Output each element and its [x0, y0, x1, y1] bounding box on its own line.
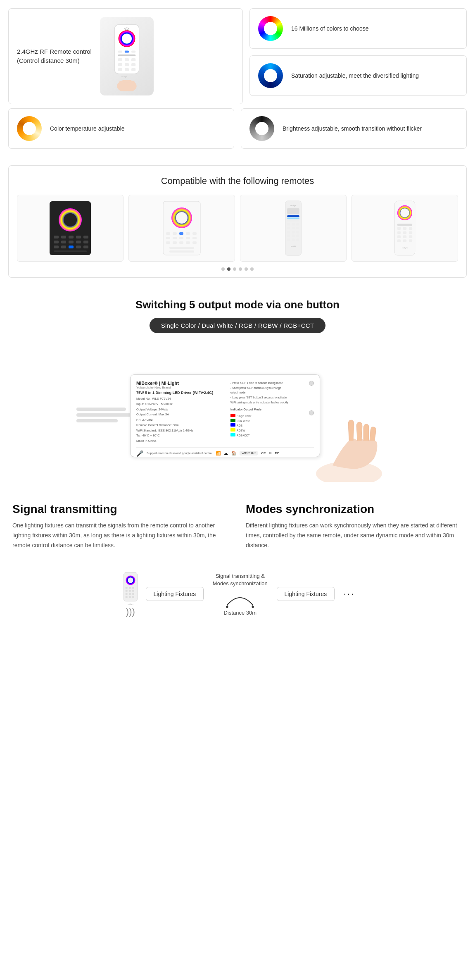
svg-rect-22: [54, 236, 59, 238]
diag-more-dots: ···: [344, 589, 355, 599]
dot-6[interactable]: [250, 267, 254, 271]
svg-rect-36: [83, 246, 88, 248]
svg-rect-71: [292, 231, 295, 233]
svg-rect-26: [83, 236, 88, 238]
svg-rect-70: [287, 231, 290, 233]
feature-colors-text: 16 Millions of colors to choose: [291, 24, 369, 33]
device-bottom-icons: 🎤 Support amazon alexa and google assist…: [136, 447, 314, 457]
svg-rect-30: [76, 241, 81, 243]
svg-rect-12: [131, 63, 135, 66]
svg-point-82: [400, 208, 409, 217]
svg-rect-47: [173, 237, 177, 239]
device-header: MiBoxer® | Mi·Light Yubandishe New Brand…: [136, 381, 314, 444]
svg-text:mi-light: mi-light: [291, 245, 296, 247]
svg-rect-88: [403, 231, 406, 234]
wifi-badge: WiFi 2.4Hz: [240, 451, 258, 455]
features-bottom-section: Color temperature adjustable Brightness …: [0, 108, 475, 157]
svg-rect-91: [403, 235, 406, 238]
svg-rect-85: [403, 227, 406, 230]
svg-rect-49: [186, 237, 190, 239]
compatible-title: Compatible with the following remotes: [17, 176, 458, 186]
svg-rect-55: [192, 241, 197, 244]
svg-rect-5: [131, 50, 135, 52]
svg-point-119: [226, 606, 228, 608]
diag-box1-container: Lighting Fixtures: [146, 587, 204, 601]
dot-4[interactable]: [239, 267, 242, 271]
svg-rect-64: [287, 223, 290, 226]
svg-point-103: [128, 578, 133, 583]
svg-text:mi-light: mi-light: [402, 247, 408, 249]
svg-rect-104: [126, 587, 128, 589]
svg-rect-34: [69, 246, 74, 248]
svg-rect-37: [54, 250, 87, 252]
svg-point-40: [176, 212, 188, 224]
device-text: MiBoxer® | Mi·Light Yubandishe New Brand…: [136, 381, 213, 444]
device-container: MiBoxer® | Mi·Light Yubandishe New Brand…: [76, 350, 399, 482]
device-instructions: • Press 'SET' 1 time to activate linking…: [230, 381, 288, 438]
svg-rect-69: [296, 227, 299, 229]
svg-point-2: [122, 34, 132, 44]
diag-remote: mi-light ))): [120, 571, 141, 617]
svg-rect-108: [129, 590, 131, 592]
modes-block: Modes synchronization Different lighting…: [246, 503, 463, 550]
diag-box2-container: Lighting Fixtures: [277, 587, 335, 601]
svg-rect-87: [397, 231, 401, 234]
rgb-ring-icon: [258, 16, 283, 41]
svg-rect-46: [166, 237, 170, 239]
remote-illustration: mi-light: [104, 21, 150, 91]
signal-title: Signal transmitting: [12, 503, 229, 516]
svg-rect-42: [173, 232, 177, 235]
svg-rect-15: [131, 68, 135, 71]
diagram-section: mi-light ))) Lighting Fixtures Signal tr…: [0, 567, 475, 629]
switching-section: Switching 5 output mode via one button S…: [0, 286, 475, 341]
dot-3[interactable]: [233, 267, 236, 271]
feature-card-saturation: Saturation adjustable, meet the diversif…: [249, 55, 467, 96]
svg-rect-3: [118, 50, 122, 52]
hand-svg: [304, 399, 394, 482]
svg-rect-77: [292, 238, 295, 241]
feature-saturation-text: Saturation adjustable, meet the diversif…: [291, 72, 419, 80]
svg-rect-43: [179, 232, 183, 235]
signal-block: Signal transmitting One lighting fixture…: [12, 503, 229, 550]
svg-rect-11: [125, 63, 129, 66]
distance-label: Distance 30m: [224, 610, 256, 616]
feature-colortemp-text: Color temperature adjustable: [50, 124, 125, 133]
svg-rect-7: [118, 58, 122, 61]
svg-rect-98: [76, 413, 134, 417]
diag-center: Signal transmitting & Modes synchronizat…: [213, 572, 268, 616]
svg-rect-90: [397, 235, 401, 238]
svg-rect-31: [83, 241, 88, 243]
svg-rect-32: [54, 246, 59, 248]
bright-ring-icon: [249, 116, 274, 141]
svg-rect-86: [409, 227, 412, 230]
svg-rect-45: [192, 232, 197, 235]
svg-rect-9: [131, 58, 135, 61]
diag-signal-label: Signal transmitting & Modes synchronizat…: [213, 572, 268, 587]
svg-rect-14: [125, 68, 129, 71]
svg-rect-106: [132, 587, 134, 589]
svg-point-21: [64, 213, 77, 227]
remote-card-4: mi-light: [352, 195, 458, 262]
dot-5[interactable]: [245, 267, 248, 271]
svg-rect-83: [397, 224, 412, 226]
carousel-dots: [17, 267, 458, 271]
svg-rect-6: [118, 55, 136, 56]
svg-rect-28: [61, 241, 66, 243]
dot-2[interactable]: [227, 267, 230, 271]
svg-rect-99: [76, 419, 118, 422]
svg-rect-29: [69, 241, 74, 243]
slim-remote: mi-light mi-light: [279, 199, 308, 257]
remote-card-2: [128, 195, 235, 262]
svg-rect-50: [192, 237, 197, 239]
remote-image: mi-light: [100, 17, 154, 95]
svg-point-120: [252, 606, 254, 608]
dot-1[interactable]: [221, 267, 225, 271]
modes-text: Different lighting fixtures can work syn…: [246, 521, 463, 550]
remote-control-card: 2.4GHz RF Remote control (Control distan…: [8, 8, 243, 104]
svg-rect-89: [409, 231, 412, 234]
svg-rect-4: [125, 50, 129, 52]
svg-rect-114: [129, 596, 131, 598]
svg-rect-48: [179, 237, 183, 239]
remote-card-1: [17, 195, 124, 262]
svg-rect-115: [132, 596, 134, 598]
